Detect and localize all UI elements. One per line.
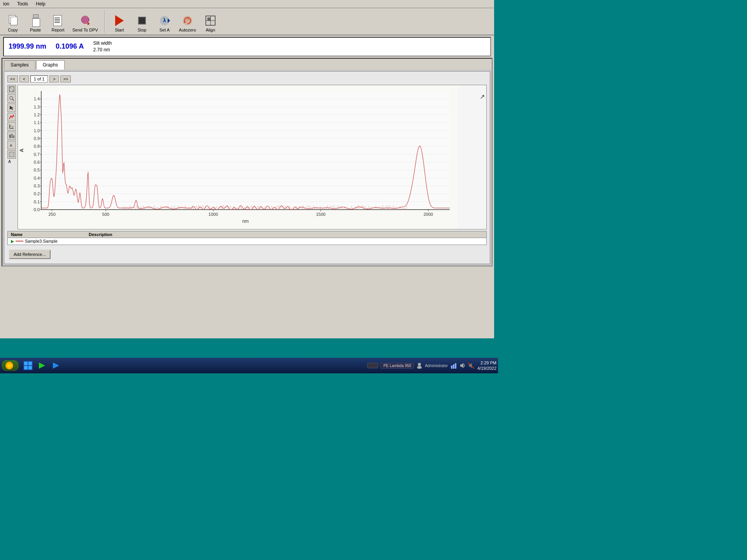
taskbar-apps xyxy=(22,359,62,372)
svg-marker-3 xyxy=(88,22,90,25)
page-last-button[interactable]: >> xyxy=(60,75,71,82)
page-first-button[interactable]: << xyxy=(7,75,18,82)
taskbar-icon-1 xyxy=(367,363,378,368)
svg-rect-34 xyxy=(28,362,32,365)
user-icon xyxy=(416,362,423,369)
toolbar-sep-1 xyxy=(104,10,105,33)
stop-button[interactable]: Stop xyxy=(132,14,152,33)
tab-bar: Samples Graphs xyxy=(2,59,492,70)
autozero-button[interactable]: ↺ Autozero xyxy=(177,14,198,33)
wavelength-display: 1999.99 nm xyxy=(9,42,46,51)
menu-tools[interactable]: Tools xyxy=(16,1,30,7)
time-display: 2:29 PM xyxy=(477,360,496,366)
start-button-taskbar[interactable] xyxy=(2,360,19,371)
stop-label: Stop xyxy=(138,28,147,32)
date-display: 4/19/2022 xyxy=(477,366,496,371)
svg-point-39 xyxy=(418,363,421,366)
menu-help[interactable]: Help xyxy=(34,1,47,7)
svg-rect-36 xyxy=(28,366,32,369)
report-icon xyxy=(52,14,64,27)
taskbar-system-icons xyxy=(451,362,474,369)
report-button[interactable]: Report xyxy=(48,14,68,33)
tab-samples[interactable]: Samples xyxy=(4,60,35,70)
content-area: Samples Graphs << < 1 of 1 > >> xyxy=(2,58,493,266)
svg-marker-18 xyxy=(10,106,14,110)
paste-button[interactable]: Paste xyxy=(26,14,45,33)
legend-header: Name Description xyxy=(8,231,486,238)
copy-label: Copy xyxy=(8,28,18,32)
svg-text:↺: ↺ xyxy=(186,18,189,21)
graph-tool-zoom[interactable] xyxy=(7,94,16,103)
taskbar-app-3[interactable] xyxy=(50,359,62,372)
taskbar-app-1-icon xyxy=(23,361,33,370)
graph-tool-peak[interactable] xyxy=(7,113,16,121)
svg-rect-24 xyxy=(11,134,13,138)
page-indicator: 1 of 1 xyxy=(30,75,48,82)
start-button[interactable]: Start xyxy=(110,14,129,33)
svg-rect-42 xyxy=(453,364,454,369)
taskbar-status-area: PE Lambda 950 Administrator xyxy=(367,362,448,369)
align-icon xyxy=(204,14,217,27)
start-icon xyxy=(113,14,126,27)
graph-tool-select[interactable] xyxy=(7,85,16,93)
taskbar-app-1[interactable] xyxy=(22,359,34,372)
send-dpv-icon xyxy=(79,14,91,27)
copy-icon xyxy=(7,14,19,27)
svg-rect-41 xyxy=(451,366,452,369)
svg-marker-37 xyxy=(39,362,45,369)
list-item[interactable]: ▶ Sample3.Sample xyxy=(8,238,486,245)
graph-tool-scale[interactable] xyxy=(7,122,16,131)
user-label: Administrator xyxy=(425,364,448,368)
start-label: Start xyxy=(115,28,124,32)
taskbar-app-3-icon xyxy=(51,361,61,370)
menu-ion[interactable]: ion xyxy=(2,1,11,7)
svg-rect-27 xyxy=(9,152,14,157)
align-button[interactable]: Align xyxy=(201,14,220,33)
graph-tool-bar[interactable] xyxy=(7,131,16,140)
svg-line-17 xyxy=(12,99,14,101)
svg-point-40 xyxy=(417,366,422,369)
legend-sample-name: Sample3.Sample xyxy=(25,239,58,243)
tab-graphs[interactable]: Graphs xyxy=(36,60,65,70)
svg-text:λ: λ xyxy=(163,17,166,23)
legend-line-icon xyxy=(16,241,23,242)
svg-point-16 xyxy=(10,96,13,100)
legend-desc-header: Description xyxy=(89,232,483,237)
legend-play-icon: ▶ xyxy=(11,239,14,244)
network-icon xyxy=(451,362,457,369)
paste-icon xyxy=(29,14,42,27)
graph-tool-cursor[interactable] xyxy=(7,103,16,112)
taskbar-right: PE Lambda 950 Administrator 2:29 PM 4/19… xyxy=(367,360,496,371)
status-bar: 1999.99 nm 0.1096 A Slit width 2.70 nm xyxy=(3,37,491,56)
graph-panel: << < 1 of 1 > >> xyxy=(4,71,490,264)
chart-area[interactable]: ↗ xyxy=(18,85,487,229)
autozero-icon: ↺ xyxy=(181,14,194,27)
taskbar-app-2[interactable] xyxy=(36,359,48,372)
graph-tool-grid[interactable] xyxy=(7,150,16,159)
set-a-button[interactable]: λ Set A xyxy=(155,14,174,33)
svg-line-15 xyxy=(9,87,14,91)
svg-marker-38 xyxy=(53,362,59,369)
page-next-button[interactable]: > xyxy=(49,75,59,82)
svg-marker-44 xyxy=(460,363,463,368)
taskbar-time: 2:29 PM 4/19/2022 xyxy=(477,360,496,371)
copy-button[interactable]: Copy xyxy=(3,14,23,33)
absorbance-axis-label: A xyxy=(8,159,16,164)
slit-info: Slit width 2.70 nm xyxy=(93,40,112,53)
legend-name-header: Name xyxy=(11,232,89,237)
page-prev-button[interactable]: < xyxy=(19,75,29,82)
graph-toolbar: A A xyxy=(7,85,16,229)
graph-tool-text[interactable]: A xyxy=(7,141,16,149)
send-dpv-label: Send To DPV xyxy=(72,28,98,32)
windows-logo-icon xyxy=(5,362,13,369)
menu-bar: ion Tools Help xyxy=(0,0,494,8)
toolbar: Copy Paste Report Send To DPV xyxy=(0,8,494,35)
pe-lambda-label: PE Lambda 950 xyxy=(381,363,414,369)
pagination: << < 1 of 1 > >> xyxy=(6,73,488,85)
set-a-label: Set A xyxy=(160,28,170,32)
stop-icon xyxy=(136,14,148,27)
add-reference-button[interactable]: Add Reference... xyxy=(9,250,51,259)
mute-icon xyxy=(468,362,474,369)
svg-rect-33 xyxy=(24,362,28,365)
send-dpv-button[interactable]: Send To DPV xyxy=(71,14,100,33)
